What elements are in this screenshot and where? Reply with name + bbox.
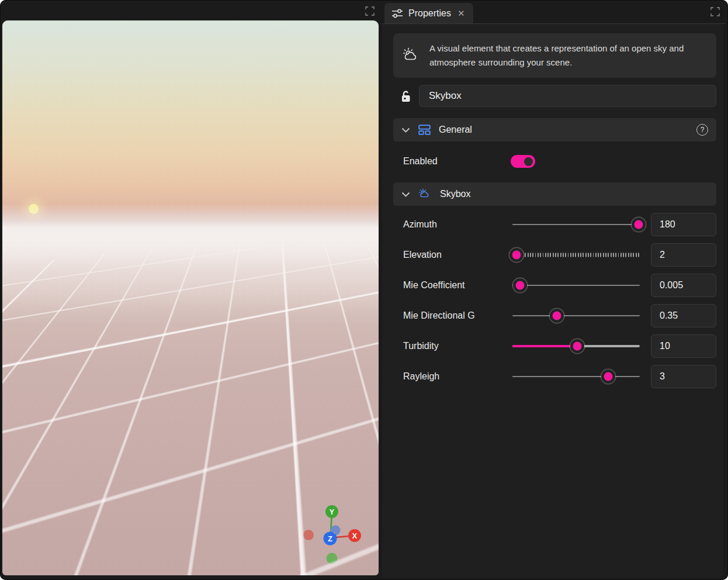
slider-knob[interactable] [573,342,582,351]
slider-knob[interactable] [604,372,612,381]
entity-name-input[interactable]: Skybox [419,85,716,107]
slider-label: Rayleigh [403,371,512,382]
slider-knob[interactable] [516,281,525,290]
property-row: Azimuth180 [393,209,716,240]
enabled-label: Enabled [403,156,511,167]
slider-track[interactable] [512,277,640,294]
value-box[interactable]: 180 [651,213,716,236]
unlock-icon[interactable] [400,90,412,103]
slider-rail [512,315,640,316]
slider-label: Mie Coefficient [403,280,512,291]
tab-bar: Properties ✕ [382,0,726,24]
slider-track[interactable] [512,337,640,355]
slider-rail [512,253,640,257]
chevron-down-icon[interactable] [401,127,410,133]
section-header-general[interactable]: General ? [393,118,716,141]
viewport-canvas[interactable]: X Y Z [2,20,379,575]
chevron-down-icon[interactable] [401,192,410,197]
value-box[interactable]: 3 [651,365,716,388]
sun-cloud-icon [418,188,432,200]
sun-cloud-icon [403,47,420,64]
component-description: A visual element that creates a represen… [393,33,716,78]
slider-knob[interactable] [634,220,643,229]
viewport-expand-icon[interactable] [365,6,375,16]
slider-track[interactable] [512,307,640,324]
slider-label: Elevation [403,250,512,260]
viewport-toolbar [2,0,379,20]
axis-gizmo[interactable]: X Y Z [292,503,368,575]
value-box[interactable]: 10 [651,334,716,358]
slider-label: Mie Directional G [403,310,512,321]
component-description-text: A visual element that creates a represen… [429,42,689,70]
slider-fill [512,345,577,347]
property-row: Mie Coefficient0.005 [393,270,716,301]
tab-label: Properties [408,8,451,19]
horizon-haze [2,227,379,326]
properties-pane: Properties ✕ A visual e [382,0,726,580]
slider-track[interactable] [512,368,640,385]
axis-y-label: Y [330,508,335,516]
section-label: General [439,125,472,135]
horizon-haze-top [2,203,379,227]
sliders-icon [391,8,403,19]
slider-track[interactable] [512,216,640,233]
value-box[interactable]: 0.005 [651,274,716,297]
enabled-toggle[interactable] [511,155,535,168]
property-row: Elevation2 [393,240,716,270]
value-box[interactable]: 0.35 [651,304,716,327]
slider-knob[interactable] [553,312,561,320]
section-header-skybox[interactable]: Skybox [393,182,716,206]
slider-label: Turbidity [403,341,512,351]
slider-rows: Azimuth180Elevation2Mie Coefficient0.005… [393,209,716,392]
name-row: Skybox [393,85,716,107]
property-row: Turbidity10 [393,331,716,361]
app-window: X Y Z Properties ✕ [0,0,728,580]
slider-label: Azimuth [403,219,512,230]
slider-track[interactable] [512,246,640,264]
slider-rail [512,285,640,286]
enabled-row: Enabled [393,151,716,172]
viewport-pane: X Y Z [2,0,379,578]
axis-x-label: X [352,532,358,540]
property-row: Mie Directional G0.35 [393,301,716,331]
panel-body: A visual element that creates a represen… [382,24,723,578]
enabled-toggle-knob[interactable] [524,157,533,166]
slider-rail [512,376,640,377]
section-label: Skybox [440,189,470,199]
help-icon[interactable]: ? [696,124,708,136]
tab-close-icon[interactable]: ✕ [456,8,466,19]
layout-icon [418,125,431,135]
slider-rail [512,224,640,225]
value-box[interactable]: 2 [651,243,716,267]
panel-expand-icon[interactable] [710,7,720,16]
slider-knob[interactable] [512,251,521,260]
axis-z-label: Z [328,535,332,543]
axis-neg-x-handle[interactable] [303,530,314,540]
tab-properties[interactable]: Properties ✕ [384,3,473,23]
axis-neg-y-handle[interactable] [327,553,338,564]
property-row: Rayleigh3 [393,361,716,392]
